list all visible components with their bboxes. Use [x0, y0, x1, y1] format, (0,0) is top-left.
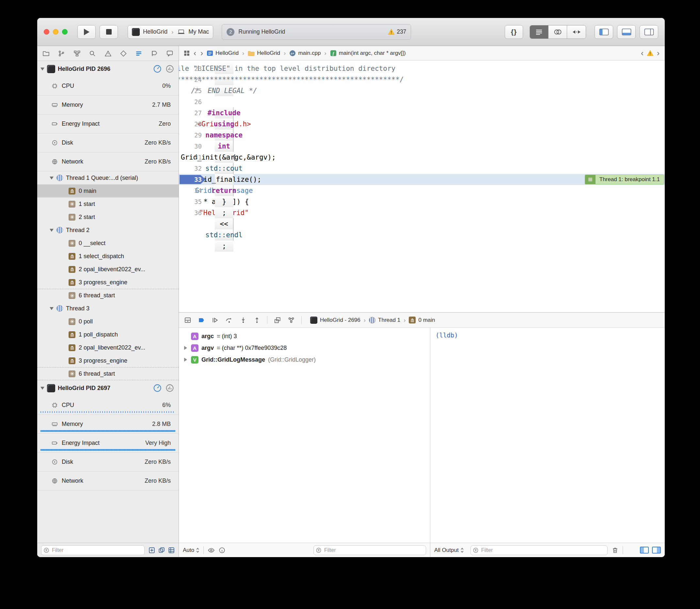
stack-frame-row[interactable]: 1 start — [37, 197, 178, 210]
step-into-button[interactable] — [240, 317, 247, 324]
stack-frame-row[interactable]: 1 select_dispatch — [37, 250, 178, 263]
line-number[interactable]: 24 — [179, 74, 206, 85]
variables-filter-input[interactable] — [313, 545, 426, 555]
disclosure-triangle[interactable] — [183, 346, 188, 350]
code-line[interactable]: 31 Grid_init(&argc,&argv); — [179, 152, 665, 163]
issues-navigator-icon[interactable] — [104, 50, 112, 57]
next-issue-button[interactable]: › — [656, 49, 660, 57]
thread-row[interactable]: Thread 3 — [37, 302, 178, 315]
filter-debug-symbols-icon[interactable] — [149, 547, 155, 554]
related-items-icon[interactable] — [184, 50, 190, 56]
code-line[interactable]: 36 — [179, 207, 665, 218]
gauge-row-cpu[interactable]: CPU 0% — [37, 77, 178, 95]
toggle-debug-area-button[interactable] — [617, 25, 636, 39]
stack-frame-row[interactable]: 0 main — [37, 185, 178, 197]
disclosure-triangle[interactable] — [50, 229, 53, 232]
minimize-window-button[interactable] — [53, 29, 58, 35]
code-line[interactable]: 23 See the full license in the file "LIC… — [179, 63, 665, 74]
line-number[interactable]: 35 — [179, 196, 206, 207]
line-number[interactable]: 29 — [179, 129, 206, 141]
warning-count[interactable]: 237 — [388, 29, 406, 35]
line-number[interactable]: 36 — [179, 207, 206, 218]
disclosure-triangle[interactable] — [50, 177, 53, 179]
code-line[interactable]: 34 return 0; — [179, 185, 665, 196]
variable-row[interactable]: A argc = (int) 3 — [179, 330, 430, 342]
variable-row[interactable]: A argv = (char **) 0x7ffee9039c28 — [179, 342, 430, 354]
code-line-current[interactable]: 33 Grid_finalize(); Thread 1: breakpoint… — [179, 174, 665, 185]
line-number[interactable]: 27 — [179, 107, 206, 119]
standard-editor-button[interactable] — [530, 25, 548, 38]
project-navigator-icon[interactable] — [42, 50, 50, 57]
code-line[interactable]: 35 } — [179, 196, 665, 207]
code-line[interactable]: 27 #include <Grid/Grid.h> — [179, 107, 665, 119]
debug-navigator-icon[interactable] — [135, 50, 142, 57]
memory-graph-button[interactable] — [288, 317, 295, 324]
run-button[interactable] — [78, 25, 96, 39]
memory-gauge-icon[interactable] — [166, 384, 174, 392]
gauge-row-memory[interactable]: Memory 2.8 MB — [37, 415, 178, 434]
stop-button[interactable] — [100, 25, 118, 39]
breakpoints-navigator-icon[interactable] — [151, 50, 158, 57]
breadcrumb-project[interactable]: HelloGrid — [207, 50, 239, 56]
line-number[interactable]: 30 — [179, 141, 206, 152]
process-row[interactable]: HelloGrid PID 2697 — [37, 380, 178, 396]
variables-scope-popup[interactable]: Auto — [183, 547, 200, 554]
breadcrumb-group[interactable]: HelloGrid — [248, 50, 280, 56]
gauge-row-energy-impact[interactable]: Energy Impact Very High — [37, 434, 178, 453]
show-variables-view-toggle[interactable] — [640, 547, 649, 554]
reports-navigator-icon[interactable] — [166, 50, 173, 57]
code-line[interactable]: 26 — [179, 96, 665, 107]
debug-breadcrumb-process[interactable]: HelloGrid - 2696 — [320, 317, 360, 324]
version-editor-button[interactable] — [567, 25, 586, 38]
step-over-button[interactable] — [225, 317, 233, 324]
stack-frame-row[interactable]: 0 poll — [37, 315, 178, 328]
code-line[interactable]: 30 int main(int argc, char * argv[]) { — [179, 141, 665, 152]
line-number[interactable]: 32 — [179, 163, 206, 174]
cpu-gauge-icon[interactable] — [153, 384, 161, 392]
line-number[interactable]: 34 — [179, 185, 206, 196]
disclosure-triangle[interactable] — [40, 387, 45, 390]
stack-frame-row[interactable]: 0 __select — [37, 237, 178, 250]
gauge-row-energy-impact[interactable]: Energy Impact Zero — [37, 115, 178, 134]
line-number[interactable]: 28 — [179, 119, 206, 129]
stack-frame-row[interactable]: 6 thread_start — [37, 289, 178, 302]
breakpoint-marker[interactable]: 33 — [179, 174, 206, 185]
go-forward-button[interactable]: › — [200, 49, 204, 57]
toggle-navigator-button[interactable] — [595, 25, 613, 39]
warning-icon[interactable] — [647, 50, 654, 56]
debug-breadcrumb-thread[interactable]: Thread 1 — [378, 317, 400, 324]
gauge-row-network[interactable]: Network Zero KB/s — [37, 152, 178, 171]
navigator-filter-input[interactable] — [41, 545, 144, 555]
filter-running-threads-icon[interactable] — [158, 547, 165, 554]
source-editor[interactable]: 23 See the full license in the file "LIC… — [179, 60, 665, 312]
previous-issue-button[interactable]: ‹ — [640, 49, 644, 57]
close-window-button[interactable] — [44, 29, 49, 35]
breakpoints-toggle-button[interactable] — [198, 317, 205, 324]
console-filter-input[interactable] — [471, 545, 608, 555]
stack-frame-row[interactable]: 3 progress_engine — [37, 276, 178, 289]
disclosure-triangle[interactable] — [50, 307, 53, 310]
tests-navigator-icon[interactable] — [120, 50, 127, 57]
thread-row[interactable]: Thread 1 Queue:...d (serial) — [37, 171, 178, 185]
stack-frame-row[interactable]: 1 poll_dispatch — [37, 328, 178, 341]
gauge-row-disk[interactable]: Disk Zero KB/s — [37, 453, 178, 472]
hide-debug-area-button[interactable] — [184, 317, 191, 324]
cpu-gauge-icon[interactable] — [153, 65, 161, 73]
code-line[interactable]: 29 — [179, 129, 665, 141]
variable-row[interactable]: V Grid::GridLogMessage (Grid::GridLogger… — [179, 354, 430, 366]
info-icon[interactable] — [219, 547, 225, 554]
breadcrumb-file[interactable]: c+ main.cpp — [289, 50, 321, 56]
console-output[interactable]: (lldb) — [430, 328, 665, 543]
disclosure-triangle[interactable] — [40, 68, 45, 70]
line-number[interactable]: 23 — [179, 63, 206, 74]
clear-console-button[interactable] — [612, 547, 619, 554]
stack-frame-row[interactable]: 6 thread_start — [37, 367, 178, 380]
quicklook-icon[interactable] — [208, 547, 215, 554]
scheme-selector[interactable]: HelloGrid My Mac — [127, 25, 213, 39]
disclosure-triangle[interactable] — [183, 358, 188, 362]
toggle-inspectors-button[interactable] — [639, 25, 658, 39]
source-control-icon[interactable] — [58, 50, 65, 57]
gauge-row-memory[interactable]: Memory 2.7 MB — [37, 95, 178, 115]
continue-button[interactable] — [211, 317, 219, 324]
go-back-button[interactable]: ‹ — [193, 49, 197, 57]
